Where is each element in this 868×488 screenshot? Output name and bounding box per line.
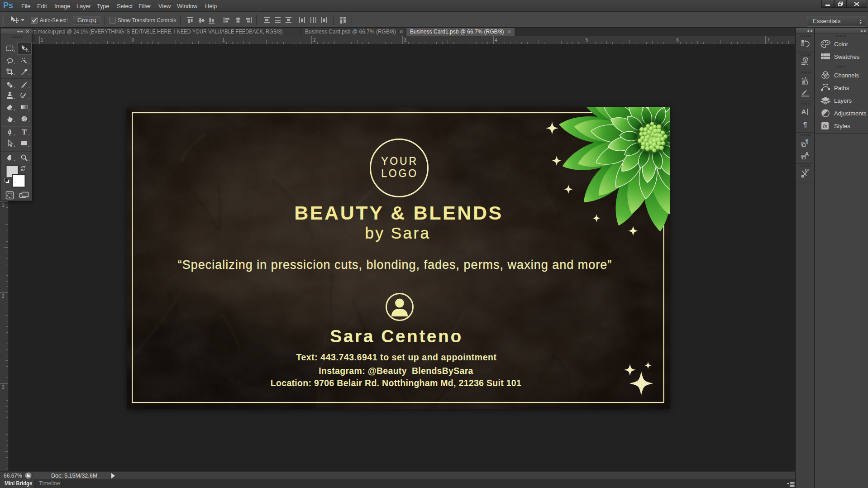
svg-text:T: T: [22, 128, 27, 136]
svg-text:A: A: [801, 108, 806, 115]
svg-text:¶: ¶: [803, 120, 807, 128]
svg-text:fx: fx: [823, 124, 827, 129]
svg-text:¶: ¶: [806, 139, 809, 145]
svg-text:A: A: [805, 151, 809, 158]
